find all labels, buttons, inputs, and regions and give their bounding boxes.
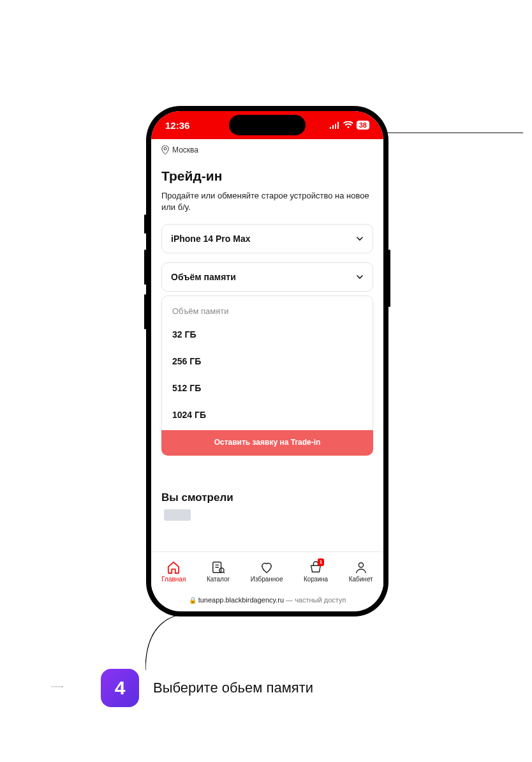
chevron-down-icon [356,273,364,281]
step-text: Выберите обьем памяти [153,680,313,696]
storage-dropdown-header: Объём памяти [172,303,362,321]
nav-account[interactable]: Кабинет [349,561,373,583]
wifi-icon [343,121,353,129]
location-selector[interactable]: Москва [151,139,383,158]
nav-label: Каталог [207,576,230,583]
battery-indicator: 38 [357,121,369,130]
signal-icon [330,122,340,129]
url-host: tuneapp.blackbirdagency.ru [198,596,284,604]
dynamic-island [229,115,306,135]
device-select-value: iPhone 14 Pro Max [171,234,250,244]
step-row: 4 Выберите обьем памяти [101,669,313,707]
connector-line-top [376,128,523,166]
device-select[interactable]: iPhone 14 Pro Max [161,224,373,253]
page-subtitle: Продайте или обменяйте старое устройство… [161,190,373,213]
storage-option[interactable]: 256 ГБ [172,348,362,375]
status-icons: 38 [330,121,369,130]
storage-select[interactable]: Объём памяти [161,262,373,292]
svg-point-6 [358,562,363,567]
nav-label: Кабинет [349,576,373,583]
nav-label: Корзина [304,576,328,583]
step-number-badge: 4 [101,669,139,707]
submit-trade-in-button[interactable]: Оставить заявку на Trade-in [161,430,373,456]
list-icon [211,561,225,574]
phone-screen: 12:36 38 Москва Трейд-ин Продайте или об… [151,111,383,611]
svg-point-4 [219,567,224,572]
chevron-down-icon [356,235,364,243]
storage-option[interactable]: 1024 ГБ [172,401,362,428]
nav-favorites[interactable]: Избранное [251,561,283,583]
url-suffix: — частный доступ [284,596,346,604]
nav-label: Избранное [251,576,283,583]
storage-dropdown: Объём памяти 32 ГБ 256 ГБ 512 ГБ 1024 ГБ [161,295,373,435]
nav-label: Главная [161,576,186,583]
browser-url-bar[interactable]: 🔒 tuneapp.blackbirdagency.ru — частный д… [151,591,383,611]
home-icon [166,561,181,574]
status-time: 12:36 [165,120,189,131]
storage-option[interactable]: 512 ГБ [172,375,362,401]
connector-line-bottom [145,613,222,670]
phone-frame: 12:36 38 Москва Трейд-ин Продайте или об… [146,106,388,616]
page-title: Трейд-ин [161,168,373,184]
nav-cart[interactable]: 1 Корзина [304,561,328,583]
storage-option[interactable]: 32 ГБ [172,321,362,348]
location-label: Москва [172,146,198,154]
svg-line-5 [223,572,225,573]
recent-item-thumb[interactable] [164,509,191,521]
arrow-to-step [26,686,89,687]
recently-viewed-strip[interactable] [161,509,373,521]
heart-icon [260,561,274,574]
cart-badge: 1 [318,558,324,566]
bottom-nav: Главная Каталог Избранное 1 Корзина Каби… [151,551,383,591]
nav-catalog[interactable]: Каталог [207,561,230,583]
storage-select-label: Объём памяти [171,272,236,282]
nav-home[interactable]: Главная [161,561,186,583]
lock-icon: 🔒 [189,597,196,604]
person-icon [354,561,368,574]
recently-viewed-title: Вы смотрели [161,491,373,504]
location-pin-icon [161,146,169,154]
